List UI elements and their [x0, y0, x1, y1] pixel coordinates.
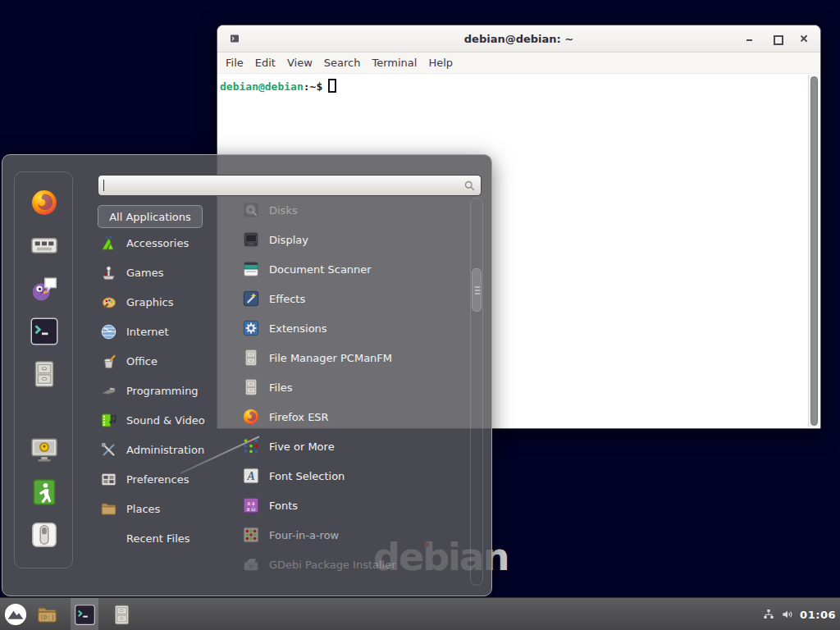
- games-icon: [100, 264, 117, 281]
- favorite-software-button[interactable]: [30, 231, 59, 260]
- window-controls: [745, 25, 809, 52]
- app-effects[interactable]: Effects: [231, 284, 467, 313]
- taskbar: [D:] 01:06: [0, 597, 840, 630]
- app-label: File Manager PCManFM: [269, 352, 392, 364]
- app-extensions[interactable]: Extensions: [231, 313, 467, 343]
- preferences-icon: [100, 471, 117, 488]
- app-label: Firefox ESR: [269, 411, 329, 423]
- app-files[interactable]: Files: [231, 372, 467, 402]
- category-label: Internet: [126, 326, 169, 338]
- prompt-suffix: :~$: [304, 80, 322, 93]
- category-accessories[interactable]: Accessories: [98, 228, 222, 258]
- app-gdebi-package-installer[interactable]: GDebi Package Installer: [231, 550, 467, 579]
- desktop: debian debian@debian: ~ FileEditViewSear…: [0, 0, 840, 630]
- app-label: Disks: [269, 204, 298, 217]
- category-administration[interactable]: Administration: [98, 435, 222, 464]
- effects-icon: [242, 290, 260, 308]
- app-label: Document Scanner: [269, 263, 372, 276]
- terminal-menu-search[interactable]: Search: [318, 57, 367, 69]
- all-applications-button[interactable]: All Applications: [98, 205, 203, 228]
- favorite-file-manager-button[interactable]: [30, 359, 59, 389]
- app-label: Four-in-a-row: [269, 529, 339, 541]
- category-office[interactable]: Office: [98, 346, 222, 376]
- app-file-manager-pcmanfm[interactable]: File Manager PCManFM: [231, 343, 467, 372]
- app-display[interactable]: Display: [231, 225, 467, 254]
- terminal-scrollbar[interactable]: [808, 75, 819, 427]
- taskbar-menu-button[interactable]: [0, 598, 31, 630]
- terminal-menu-help[interactable]: Help: [422, 57, 459, 69]
- internet-icon: [100, 323, 117, 340]
- maximize-button[interactable]: [772, 34, 782, 43]
- app-five-or-more[interactable]: Five or More: [231, 431, 467, 461]
- favorite-firefox-button[interactable]: [30, 188, 59, 217]
- svg-text:A: A: [246, 470, 254, 482]
- pidgin-icon: [30, 274, 59, 304]
- sound-video-icon: [100, 412, 117, 429]
- application-list: DisksDisplayDocument ScannerEffectsExten…: [231, 198, 467, 586]
- category-internet[interactable]: Internet: [98, 317, 222, 346]
- logout-icon: [30, 477, 59, 507]
- category-programming[interactable]: Programming: [98, 376, 222, 405]
- app-four-in-a-row[interactable]: Four-in-a-row: [231, 520, 467, 550]
- places-icon: [100, 500, 117, 518]
- lock-screen-button[interactable]: [30, 435, 59, 464]
- terminal-menubar: FileEditViewSearchTerminalHelp: [217, 52, 820, 74]
- category-label: Administration: [126, 444, 204, 456]
- all-applications-label: All Applications: [109, 211, 191, 223]
- applications-menu: All Applications AccessoriesGamesGraphic…: [2, 154, 492, 596]
- menu-scrollbar[interactable]: [470, 198, 483, 586]
- search-icon: [463, 180, 476, 192]
- app-label: Extensions: [269, 322, 327, 335]
- terminal-scrollbar-thumb[interactable]: [810, 76, 818, 426]
- app-label: Effects: [269, 293, 305, 305]
- clock[interactable]: 01:06: [800, 609, 836, 621]
- network-icon[interactable]: [762, 608, 775, 621]
- terminal-window-icon: [230, 34, 240, 43]
- fonts-icon: a aa ώ: [242, 496, 260, 514]
- display-icon: [242, 231, 260, 249]
- app-font-selection[interactable]: AFont Selection: [231, 461, 467, 491]
- app-disks[interactable]: Disks: [231, 198, 467, 225]
- category-graphics[interactable]: Graphics: [98, 287, 222, 317]
- terminal-menu-view[interactable]: View: [281, 57, 318, 69]
- logout-button[interactable]: [30, 477, 59, 507]
- category-games[interactable]: Games: [98, 258, 222, 287]
- close-button[interactable]: [799, 34, 809, 43]
- search-input[interactable]: [98, 175, 482, 196]
- terminal-menu-file[interactable]: File: [220, 57, 249, 69]
- disks-icon: [242, 201, 260, 219]
- category-label: Games: [126, 267, 163, 279]
- system-tray: 01:06: [762, 598, 836, 630]
- terminal-menu-terminal[interactable]: Terminal: [366, 57, 422, 69]
- terminal-menu-edit[interactable]: Edit: [249, 57, 281, 69]
- folder-icon: [D:]: [36, 604, 58, 626]
- favorite-terminal-button[interactable]: [30, 317, 59, 346]
- category-preferences[interactable]: Preferences: [98, 464, 222, 494]
- menu-scrollbar-thumb[interactable]: [472, 268, 482, 312]
- minimize-button[interactable]: [745, 34, 755, 43]
- software-icon: [30, 231, 59, 260]
- category-label: Recent Files: [126, 532, 190, 545]
- app-label: Files: [269, 381, 293, 394]
- gdebi-icon: [242, 555, 260, 573]
- graphics-icon: [100, 294, 117, 311]
- svg-text:a ώ: a ώ: [247, 505, 256, 513]
- app-label: GDebi Package Installer: [269, 559, 396, 571]
- shutdown-button[interactable]: [30, 520, 59, 550]
- accessories-icon: [100, 235, 117, 252]
- category-places[interactable]: Places: [98, 494, 222, 523]
- app-document-scanner[interactable]: Document Scanner: [231, 254, 467, 284]
- taskbar-file-manager-button[interactable]: [D:]: [33, 598, 61, 630]
- extensions-icon: [242, 319, 260, 337]
- volume-icon[interactable]: [781, 608, 794, 621]
- app-firefox-esr[interactable]: Firefox ESR: [231, 402, 467, 431]
- terminal-titlebar[interactable]: debian@debian: ~: [217, 25, 820, 52]
- taskbar-files-button[interactable]: [107, 598, 136, 630]
- taskbar-terminal-button[interactable]: [71, 598, 98, 630]
- category-recent-files[interactable]: Recent Files: [98, 523, 222, 553]
- administration-icon: [100, 441, 117, 459]
- app-fonts[interactable]: a aa ώFonts: [231, 491, 467, 520]
- category-sound-video[interactable]: Sound & Video: [98, 405, 222, 435]
- app-label: Fonts: [269, 500, 298, 512]
- favorite-pidgin-button[interactable]: [30, 274, 59, 304]
